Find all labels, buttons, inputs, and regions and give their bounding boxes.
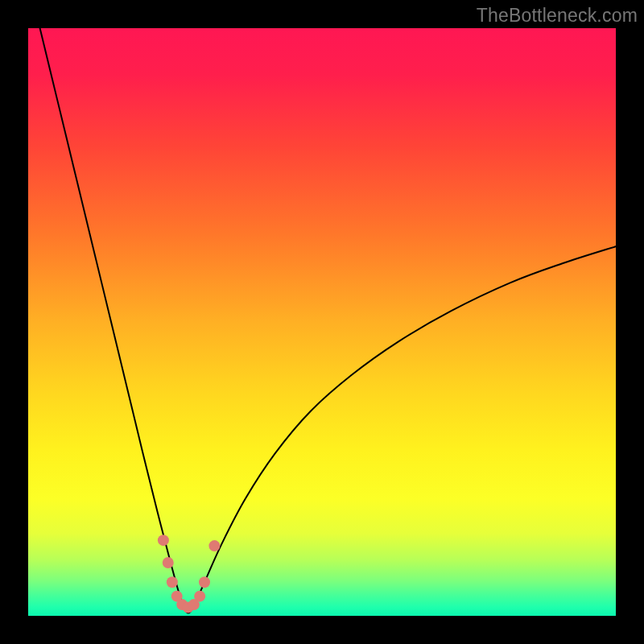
watermark-text: TheBottleneck.com	[477, 5, 638, 27]
chart-svg	[28, 28, 616, 616]
optimum-marker	[167, 576, 178, 588]
bottleneck-curve	[40, 28, 616, 613]
optimum-marker	[158, 535, 169, 546]
plot-area	[28, 28, 616, 616]
optimum-marker	[208, 540, 220, 551]
outer-frame: TheBottleneck.com	[0, 0, 644, 644]
optimum-marker	[163, 557, 174, 568]
optimum-marker	[194, 591, 205, 602]
optimum-marker	[199, 576, 210, 588]
